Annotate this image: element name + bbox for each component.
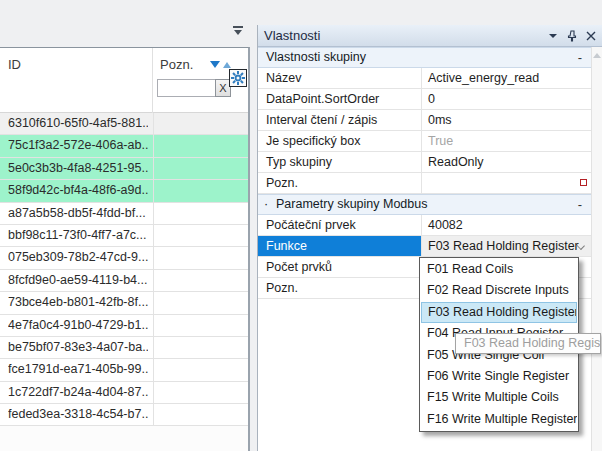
property-label: Interval čtení / zápis xyxy=(258,110,421,130)
table-row[interactable]: 5e0c3b3b-4fa8-4251-95... xyxy=(0,158,248,180)
row-note-cell xyxy=(153,359,248,380)
row-id-cell: fce1791d-ea71-405b-99... xyxy=(8,359,148,380)
property-label: Je specifický box xyxy=(258,131,421,151)
section-label: Vlastnosti skupiny xyxy=(266,48,366,67)
collapse-icon[interactable]: - xyxy=(578,48,582,67)
property-row[interactable]: Je specifický box True xyxy=(258,131,592,152)
row-id-cell: 1c722df7-b24a-4d04-87... xyxy=(8,382,148,403)
property-label: Typ skupiny xyxy=(258,152,421,172)
row-id-cell: 58f9d42c-bf4a-48f6-a9d... xyxy=(8,180,148,201)
row-note-cell xyxy=(153,158,248,179)
pane-menu-triangle xyxy=(234,30,242,35)
row-id-cell: 075eb309-78b2-47cd-9... xyxy=(8,247,148,268)
row-note-cell xyxy=(153,382,248,403)
column-header-pozn[interactable]: Pozn. xyxy=(160,57,193,72)
row-id-cell: 8fcfd9e0-ae59-4119-b4... xyxy=(8,270,148,291)
id-table-header: ID Pozn. X xyxy=(0,48,248,113)
property-row[interactable]: Typ skupiny ReadOnly xyxy=(258,152,592,173)
table-row[interactable]: bbf98c11-73f0-4ff7-a7c... xyxy=(0,225,248,247)
table-row[interactable]: 8fcfd9e0-ae59-4119-b4... xyxy=(0,270,248,292)
pane-menu-bar xyxy=(233,26,243,28)
dropdown-item[interactable]: F03 Read Holding Register xyxy=(421,302,577,323)
scrollbar-up-icon xyxy=(593,53,601,58)
properties-scrollbar[interactable] xyxy=(591,47,602,451)
row-id-cell: 5e0c3b3b-4fa8-4251-95... xyxy=(8,158,148,179)
properties-panel-title: Vlastnosti xyxy=(264,28,320,43)
property-value[interactable]: 0 xyxy=(421,89,592,109)
dropdown-item[interactable]: F02 Read Discrete Inputs xyxy=(421,280,577,301)
property-row[interactable]: DataPoint.SortOrder 0 xyxy=(258,89,592,110)
row-id-cell: feded3ea-3318-4c54-b7... xyxy=(8,404,148,425)
row-note-cell xyxy=(153,113,248,134)
row-note-cell xyxy=(153,225,248,246)
property-label: Pozn. xyxy=(258,173,421,193)
property-row[interactable]: Funkce F03 Read Holding Register xyxy=(258,236,592,257)
row-id-cell: bbf98c11-73f0-4ff7-a7c... xyxy=(8,225,148,246)
row-note-cell xyxy=(153,180,248,201)
pin-icon[interactable] xyxy=(566,30,578,42)
sort-asc-icon xyxy=(223,62,231,68)
row-note-cell xyxy=(153,292,248,313)
property-row[interactable]: Počáteční prvek 40082 xyxy=(258,215,592,236)
row-id-cell: 6310f610-65f0-4af5-881... xyxy=(8,113,148,134)
property-section-header[interactable]: Vlastnosti skupiny - xyxy=(258,47,592,68)
dropdown-item[interactable]: F01 Read Coils xyxy=(421,259,577,280)
table-row[interactable]: 75c1f3a2-572e-406a-ab... xyxy=(0,135,248,157)
property-label: Počáteční prvek xyxy=(258,215,421,235)
dropdown-item[interactable]: F15 Write Multiple Coils xyxy=(421,387,577,408)
table-row[interactable]: fce1791d-ea71-405b-99... xyxy=(0,359,248,381)
row-note-cell xyxy=(153,404,248,425)
section-label: Parametry skupiny Modbus xyxy=(276,195,427,214)
table-row[interactable]: 4e7fa0c4-91b0-4729-b1... xyxy=(0,315,248,337)
column-settings-button[interactable] xyxy=(229,69,247,87)
properties-panel-titlebar[interactable]: Vlastnosti xyxy=(258,25,602,47)
property-value[interactable] xyxy=(421,173,592,193)
property-value[interactable]: Active_energy_read xyxy=(421,68,592,88)
row-note-cell xyxy=(153,337,248,358)
property-label: Pozn. xyxy=(258,278,421,298)
pane-menu-icon[interactable] xyxy=(232,26,244,36)
id-table-body: 6310f610-65f0-4af5-881... 75c1f3a2-572e-… xyxy=(0,113,248,426)
property-label: Název xyxy=(258,68,421,88)
table-row[interactable]: 1c722df7-b24a-4d04-87... xyxy=(0,382,248,404)
row-id-cell: 75c1f3a2-572e-406a-ab... xyxy=(8,135,148,156)
table-row[interactable]: feded3ea-3318-4c54-b7... xyxy=(0,404,248,426)
gear-icon xyxy=(231,71,245,85)
row-note-cell xyxy=(153,135,248,156)
row-id-cell: 4e7fa0c4-91b0-4729-b1... xyxy=(8,315,148,336)
property-row[interactable]: Pozn. xyxy=(258,173,592,194)
property-value[interactable]: True xyxy=(421,131,592,151)
dropdown-tooltip: F03 Read Holding Register xyxy=(455,333,601,354)
column-header-id[interactable]: ID xyxy=(8,57,21,72)
combo-chevron-icon[interactable] xyxy=(576,241,585,250)
property-section-header[interactable]: · Parametry skupiny Modbus - xyxy=(258,194,592,215)
row-note-cell xyxy=(153,315,248,336)
sort-desc-icon xyxy=(210,61,220,68)
table-row[interactable]: 73bce4eb-b801-42fb-8f... xyxy=(0,292,248,314)
property-value[interactable]: ReadOnly xyxy=(421,152,592,172)
property-row[interactable]: Interval čtení / zápis 0ms xyxy=(258,110,592,131)
table-row[interactable]: a87a5b58-db5f-4fdd-bf... xyxy=(0,203,248,225)
section-bullet: · xyxy=(264,195,268,214)
property-value[interactable]: 0ms xyxy=(421,110,592,130)
pozn-filter-input[interactable] xyxy=(157,79,217,97)
table-row[interactable]: 075eb309-78b2-47cd-9... xyxy=(0,247,248,269)
id-table: ID Pozn. X 6310f610-65f0-4af5-881... 75c… xyxy=(0,47,250,451)
dropdown-item[interactable]: F16 Write Multiple Registers xyxy=(421,409,577,430)
property-value[interactable]: F03 Read Holding Register xyxy=(421,236,592,256)
property-row[interactable]: Název Active_energy_read xyxy=(258,68,592,89)
property-label: Počet prvků xyxy=(258,257,421,277)
window-position-chevron-icon[interactable] xyxy=(547,30,559,42)
row-id-cell: be75bf07-83e3-4a07-ba... xyxy=(8,337,148,358)
row-id-cell: a87a5b58-db5f-4fdd-bf... xyxy=(8,203,148,224)
property-value[interactable]: 40082 xyxy=(421,215,592,235)
row-note-cell xyxy=(153,270,248,291)
collapse-icon[interactable]: - xyxy=(578,195,582,214)
dropdown-item[interactable]: F06 Write Single Register xyxy=(421,366,577,387)
row-id-cell: 73bce4eb-b801-42fb-8f... xyxy=(8,292,148,313)
property-label: DataPoint.SortOrder xyxy=(258,89,421,109)
table-row[interactable]: 6310f610-65f0-4af5-881... xyxy=(0,113,248,135)
table-row[interactable]: 58f9d42c-bf4a-48f6-a9d... xyxy=(0,180,248,202)
table-row[interactable]: be75bf07-83e3-4a07-ba... xyxy=(0,337,248,359)
close-icon[interactable] xyxy=(585,30,597,42)
